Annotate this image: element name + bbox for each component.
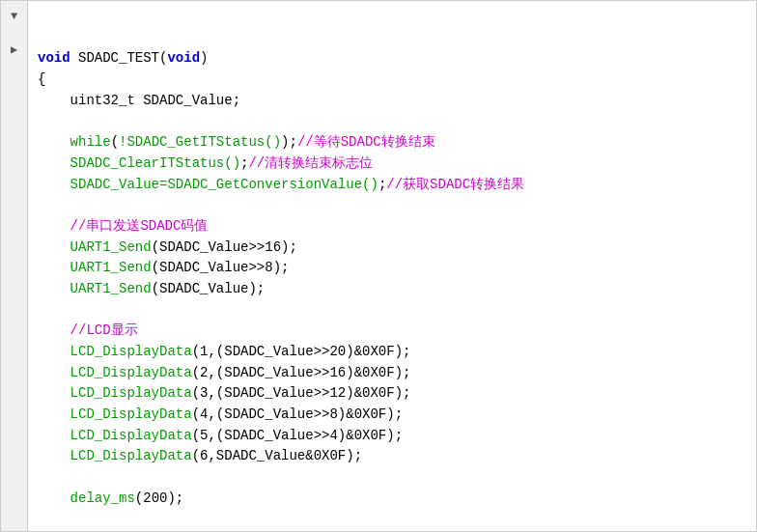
code-token: //串口发送SDADC码值 <box>70 218 209 234</box>
code-token: (1,(SDADC_Value>>20)&0X0F); <box>192 344 411 359</box>
code-token: SDADC_ClearITStatus() <box>70 155 240 171</box>
code-token: //清转换结束标志位 <box>248 155 373 171</box>
code-token: !SDADC_GetITStatus() <box>119 134 281 150</box>
code-editor: ▼ ▶ void SDADC_TEST(void){ uint32_t SDAD… <box>0 0 757 532</box>
code-content[interactable]: void SDADC_TEST(void){ uint32_t SDADC_Va… <box>28 1 756 531</box>
code-line: UART1_Send(SDADC_Value>>16); <box>38 238 746 259</box>
code-token: //LCD显示 <box>70 322 138 338</box>
code-line: //串口发送SDADC码值 <box>38 216 746 238</box>
code-token: (6,SDADC_Value&0X0F); <box>192 448 362 463</box>
code-token: //等待SDADC转换结束 <box>297 134 435 150</box>
code-line: SDADC_ClearITStatus();//清转换结束标志位 <box>38 154 746 175</box>
code-token: UART1_Send <box>70 281 152 296</box>
code-token: (SDADC_Value); <box>152 281 266 296</box>
code-token: LCD_DisplayData <box>70 406 192 422</box>
code-line: LCD_DisplayData(5,(SDADC_Value>>4)&0X0F)… <box>38 426 746 447</box>
code-token: (200); <box>135 490 183 506</box>
code-line <box>38 467 746 489</box>
code-line: //LCD显示 <box>38 321 746 342</box>
code-token: delay_ms <box>70 490 135 506</box>
code-line: delay_ms(200); <box>38 489 746 510</box>
code-token: LCD_DisplayData <box>70 385 192 401</box>
code-token: LCD_DisplayData <box>70 428 192 443</box>
code-line: LCD_DisplayData(2,(SDADC_Value>>16)&0X0F… <box>38 363 746 384</box>
code-line: SDADC_Value=SDADC_GetConversionValue();/… <box>38 175 746 196</box>
code-token: (5,(SDADC_Value>>4)&0X0F); <box>192 428 403 443</box>
code-token: SDADC_TEST( <box>70 50 168 66</box>
code-token: UART1_Send <box>70 260 152 275</box>
code-line: LCD_DisplayData(6,SDADC_Value&0X0F); <box>38 446 746 467</box>
code-line <box>38 300 746 322</box>
code-token: (SDADC_Value>>16); <box>152 239 297 255</box>
code-line: while(!SDADC_GetITStatus());//等待SDADC转换结… <box>38 132 746 154</box>
code-token: (3,(SDADC_Value>>12)&0X0F); <box>192 385 411 401</box>
code-token: uint32_t SDADC_Value; <box>70 93 240 108</box>
code-token: LCD_DisplayData <box>70 448 192 463</box>
code-line: UART1_Send(SDADC_Value); <box>38 279 746 300</box>
collapse-arrow-2[interactable]: ▶ <box>11 42 17 59</box>
code-token: (2,(SDADC_Value>>16)&0X0F); <box>192 365 411 380</box>
code-token: LCD_DisplayData <box>70 344 192 359</box>
code-line: UART1_Send(SDADC_Value>>8); <box>38 258 746 279</box>
code-line <box>38 111 746 132</box>
collapse-arrow-1[interactable]: ▼ <box>11 9 17 25</box>
code-token: ) <box>200 50 208 66</box>
code-line: LCD_DisplayData(1,(SDADC_Value>>20)&0X0F… <box>38 342 746 363</box>
code-token: LCD_DisplayData <box>70 365 192 380</box>
code-line: void SDADC_TEST(void) <box>38 48 746 70</box>
code-token: ( <box>111 134 119 150</box>
code-token: ); <box>281 134 297 150</box>
gutter: ▼ ▶ <box>1 1 28 531</box>
code-line: LCD_DisplayData(4,(SDADC_Value>>8)&0X0F)… <box>38 405 746 426</box>
code-token: (4,(SDADC_Value>>8)&0X0F); <box>192 406 403 422</box>
code-token: UART1_Send <box>70 239 152 255</box>
code-token: void <box>38 50 70 66</box>
code-token: void <box>167 50 200 66</box>
code-token: { <box>38 71 45 87</box>
code-token: //获取SDADC转换结果 <box>386 177 524 192</box>
code-line: uint32_t SDADC_Value; <box>38 91 746 112</box>
code-line: { <box>38 70 746 91</box>
code-token: while <box>70 134 111 150</box>
code-token: SDADC_Value=SDADC_GetConversionValue() <box>70 177 378 192</box>
code-line: LCD_DisplayData(3,(SDADC_Value>>12)&0X0F… <box>38 383 746 405</box>
code-line: } <box>38 530 746 531</box>
code-token: (SDADC_Value>>8); <box>152 260 290 275</box>
code-line <box>38 510 746 531</box>
code-line <box>38 195 746 216</box>
